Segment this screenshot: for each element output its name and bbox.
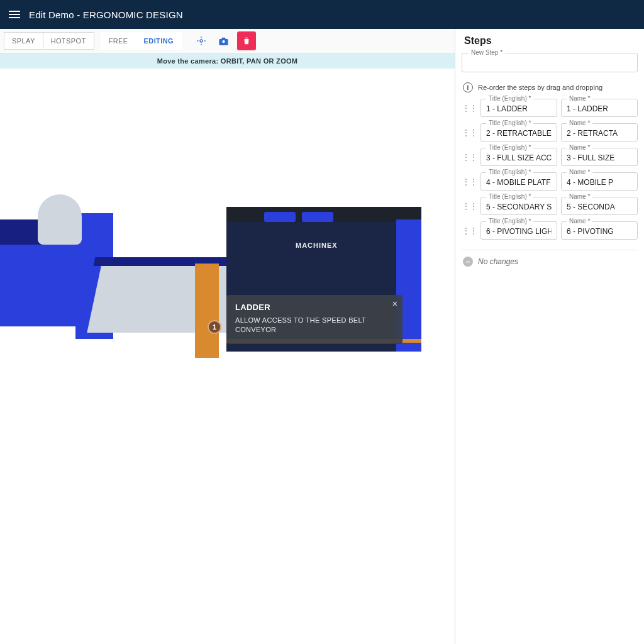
new-step-input[interactable]: New Step * xyxy=(462,53,638,72)
field-label: Title (English) * xyxy=(486,218,533,225)
step-title-field[interactable]: Title (English) * 6 - PIVOTING LIGH xyxy=(480,221,557,240)
step-title-field[interactable]: Title (English) * 4 - MOBILE PLATF xyxy=(480,172,557,191)
step-title-field[interactable]: Title (English) * 3 - FULL SIZE ACC xyxy=(480,148,557,166)
viewport-column: SPLAY HOTSPOT FREE EDITING Move the came… xyxy=(0,29,455,644)
field-label: Title (English) * xyxy=(486,95,533,102)
step-row: ⋮⋮ Title (English) * 4 - MOBILE PLATF Na… xyxy=(462,172,638,191)
drag-handle-icon[interactable]: ⋮⋮ xyxy=(462,153,477,162)
hotspot-tooltip: × LADDER ALLOW ACCESS TO THE SPEED BELT … xyxy=(226,295,402,344)
field-label: Name * xyxy=(567,218,592,225)
drag-handle-icon[interactable]: ⋮⋮ xyxy=(462,177,477,186)
tab-hotspot[interactable]: HOTSPOT xyxy=(43,32,94,50)
drag-handle-icon[interactable]: ⋮⋮ xyxy=(462,128,477,137)
hint-prefix: Move the camera: xyxy=(157,57,221,65)
minus-icon: – xyxy=(463,257,473,267)
tab-free[interactable]: FREE xyxy=(101,32,136,50)
step-name-field[interactable]: Name * 6 - PIVOTING xyxy=(561,221,638,240)
tab-display[interactable]: SPLAY xyxy=(4,32,43,50)
field-value: 2 - RETRACTA xyxy=(567,129,632,138)
field-value: 5 - SECONDARY S xyxy=(486,203,552,211)
step-row: ⋮⋮ Title (English) * 3 - FULL SIZE ACC N… xyxy=(462,148,638,166)
drag-handle-icon[interactable]: ⋮⋮ xyxy=(462,226,477,235)
step-name-field[interactable]: Name * 4 - MOBILE P xyxy=(561,172,638,191)
hamburger-icon[interactable] xyxy=(9,11,20,18)
machine-3d-placeholder: MACHINEX xyxy=(0,157,455,606)
step-row: ⋮⋮ Title (English) * 1 - LADDER Name * 1… xyxy=(462,99,638,117)
info-icon: i xyxy=(463,82,473,92)
field-label: Name * xyxy=(567,193,592,200)
app-header: Edit Demo - ERGONOMIC DESIGN xyxy=(0,0,644,29)
field-value: 4 - MOBILE PLATF xyxy=(486,178,552,187)
step-name-field[interactable]: Name * 3 - FULL SIZE xyxy=(561,148,638,166)
viewport-canvas[interactable]: MACHINEX 1 × LADDER ALLOW ACCESS TO THE … xyxy=(0,69,455,644)
field-label: Name * xyxy=(567,169,592,175)
field-label: Title (English) * xyxy=(486,193,533,200)
field-label: Name * xyxy=(567,144,592,151)
hint-modes: ORBIT, PAN OR ZOOM xyxy=(221,57,298,65)
camera-hint: Move the camera: ORBIT, PAN OR ZOOM xyxy=(0,53,455,69)
step-name-field[interactable]: Name * 1 - LADDER xyxy=(561,99,638,117)
changes-status: – No changes xyxy=(462,250,638,273)
field-label: Name * xyxy=(567,119,592,126)
new-step-label: New Step * xyxy=(469,49,505,56)
step-title-field[interactable]: Title (English) * 1 - LADDER xyxy=(480,99,557,117)
field-value: 6 - PIVOTING xyxy=(567,227,632,236)
changes-text: No changes xyxy=(478,257,518,266)
step-title-field[interactable]: Title (English) * 2 - RETRACTABLE xyxy=(480,123,557,142)
main-area: SPLAY HOTSPOT FREE EDITING Move the came… xyxy=(0,29,644,644)
field-value: 2 - RETRACTABLE xyxy=(486,129,552,138)
tooltip-body: ALLOW ACCESS TO THE SPEED BELT CONVEYOR xyxy=(235,316,394,335)
field-label: Name * xyxy=(567,95,592,102)
field-value: 3 - FULL SIZE ACC xyxy=(486,153,552,162)
field-value: 4 - MOBILE P xyxy=(567,178,632,187)
brand-label: MACHINEX xyxy=(296,242,338,249)
step-title-field[interactable]: Title (English) * 5 - SECONDARY S xyxy=(480,197,557,215)
field-label: Title (English) * xyxy=(486,119,533,126)
step-name-field[interactable]: Name * 2 - RETRACTA xyxy=(561,123,638,142)
svg-point-0 xyxy=(200,40,203,42)
field-value: 5 - SECONDA xyxy=(567,203,632,211)
drag-handle-icon[interactable]: ⋮⋮ xyxy=(462,202,477,211)
hotspot-marker-1[interactable]: 1 xyxy=(208,320,221,334)
step-row: ⋮⋮ Title (English) * 2 - RETRACTABLE Nam… xyxy=(462,123,638,142)
steps-panel: Steps New Step * i Re-order the steps by… xyxy=(455,29,644,644)
field-value: 1 - LADDER xyxy=(486,104,552,113)
app-root: Edit Demo - ERGONOMIC DESIGN SPLAY HOTSP… xyxy=(0,0,644,644)
field-label: Title (English) * xyxy=(486,144,533,151)
svg-point-1 xyxy=(223,40,225,43)
viewport-toolbar: SPLAY HOTSPOT FREE EDITING xyxy=(0,29,455,53)
drag-handle-icon[interactable]: ⋮⋮ xyxy=(462,104,477,113)
step-row: ⋮⋮ Title (English) * 5 - SECONDARY S Nam… xyxy=(462,197,638,215)
page-title: Edit Demo - ERGONOMIC DESIGN xyxy=(29,9,183,20)
field-value: 1 - LADDER xyxy=(567,104,632,113)
close-icon[interactable]: × xyxy=(392,299,397,309)
tooltip-title: LADDER xyxy=(235,303,394,312)
field-value: 6 - PIVOTING LIGH xyxy=(486,227,552,236)
field-label: Title (English) * xyxy=(486,169,533,175)
step-row: ⋮⋮ Title (English) * 6 - PIVOTING LIGH N… xyxy=(462,221,638,240)
camera-icon[interactable] xyxy=(214,31,233,50)
tab-editing[interactable]: EDITING xyxy=(136,32,182,50)
delete-icon[interactable] xyxy=(237,31,256,50)
field-value: 3 - FULL SIZE xyxy=(567,153,632,162)
reorder-hint-text: Re-order the steps by drag and dropping xyxy=(478,84,602,91)
recenter-icon[interactable] xyxy=(192,31,211,50)
reorder-hint: i Re-order the steps by drag and droppin… xyxy=(463,82,638,92)
steps-heading: Steps xyxy=(464,35,638,47)
step-name-field[interactable]: Name * 5 - SECONDA xyxy=(561,197,638,215)
